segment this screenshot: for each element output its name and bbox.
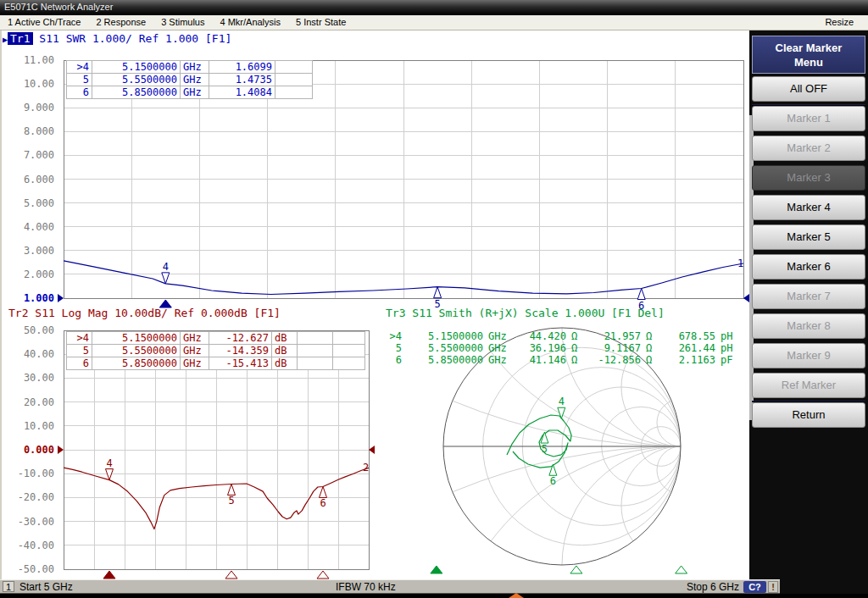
- svg-text:5: 5: [228, 495, 234, 507]
- marker-row: 55.5500000GHz1.4735: [67, 74, 313, 86]
- marker-cell: -12.627: [209, 332, 272, 345]
- menu-item-response[interactable]: 2 Response: [88, 15, 153, 30]
- marker-cell: 6: [386, 354, 404, 366]
- marker-cell: pF: [718, 354, 738, 366]
- softkey-marker-4[interactable]: Marker 4: [752, 195, 865, 220]
- tr1-header-text: S11 SWR 1.000/ Ref 1.000 [F1]: [39, 32, 231, 45]
- tr2-header: Tr2 S11 Log Mag 10.00dB/ Ref 0.000dB [F1…: [8, 307, 281, 319]
- reference-level-arrow-icon: [369, 446, 375, 454]
- softkey-marker-3[interactable]: Marker 3: [752, 165, 865, 191]
- marker-4-glyph[interactable]: 4: [162, 261, 170, 284]
- marker-row: 55.5500000GHz-14.359dB: [67, 345, 365, 357]
- y-axis-label: 10.00: [10, 78, 54, 90]
- reference-level-arrow-icon: [58, 446, 64, 454]
- marker-cell: GHz: [486, 330, 513, 342]
- marker-row: 65.8500000GHz-15.413dB: [67, 357, 365, 370]
- y-axis-label: 8.000: [10, 125, 54, 137]
- stimulus-marker-icon[interactable]: [676, 566, 687, 573]
- marker-cell: 21.957: [584, 330, 643, 342]
- softkey-marker-2: Marker 2: [752, 136, 865, 161]
- stimulus-marker-icon[interactable]: [317, 571, 329, 579]
- marker-5-glyph[interactable]: 5: [228, 484, 236, 507]
- stimulus-marker-icon[interactable]: [225, 571, 237, 579]
- marker-cell: GHz: [181, 332, 209, 345]
- marker-cell: GHz: [181, 74, 209, 86]
- status-alert-box: !: [768, 581, 778, 593]
- menu-bar: 1 Active Ch/Trace2 Response3 Stimulus4 M…: [0, 15, 868, 30]
- marker-cell: [333, 332, 365, 345]
- marker-cell: >4: [67, 332, 92, 345]
- tr1-badge[interactable]: Tr1: [8, 32, 32, 45]
- status-ifbw: IFBW 70 kHz: [336, 581, 396, 593]
- marker-cell: 44.420: [513, 330, 569, 342]
- status-correction-badge: C?: [743, 581, 766, 593]
- marker-cell: 5.5500000: [92, 345, 181, 357]
- marker-cell: 678.55: [659, 330, 718, 342]
- marker-cell: pH: [718, 342, 738, 354]
- y-axis-label: 50.00: [10, 324, 54, 336]
- marker-cell: pH: [718, 330, 738, 342]
- y-axis-label: -20.00: [10, 491, 54, 503]
- marker-cell: dB: [272, 332, 298, 345]
- marker-cell: 36.196: [513, 342, 569, 354]
- softkey-marker-6[interactable]: Marker 6: [752, 254, 865, 280]
- marker-row: 55.5500000GHz36.196Ω9.1167Ω261.44pH: [386, 342, 738, 354]
- stimulus-marker-icon[interactable]: [103, 571, 115, 579]
- y-axis-label: 11.00: [10, 54, 54, 66]
- softkey-marker-1: Marker 1: [752, 106, 865, 131]
- svg-text:6: 6: [320, 497, 326, 509]
- stimulus-marker-icon[interactable]: [570, 566, 582, 573]
- window-titlebar[interactable]: E5071C Network Analyzer: [0, 0, 868, 15]
- marker-cell: 5: [67, 74, 92, 86]
- marker-row: 65.8500000GHz41.146Ω-12.856Ω2.1163pF: [386, 354, 738, 366]
- softkey-all-off[interactable]: All OFF: [752, 76, 865, 102]
- marker-cell: 5.5500000: [404, 342, 486, 354]
- marker-5-glyph[interactable]: 5: [541, 432, 548, 455]
- menu-item-active-ch-trace[interactable]: 1 Active Ch/Trace: [0, 15, 88, 30]
- softkey-marker-8: Marker 8: [752, 313, 865, 339]
- menu-item-instr-state[interactable]: 5 Instr State: [288, 15, 353, 30]
- menu-resize[interactable]: Resize: [817, 15, 861, 30]
- softkey-return[interactable]: Return: [752, 402, 865, 428]
- marker-cell: 1.6099: [209, 61, 275, 74]
- marker-row: >45.1500000GHz-12.627dB: [67, 332, 365, 345]
- marker-row: >45.1500000GHz44.420Ω21.957Ω678.55pH: [386, 330, 738, 342]
- reference-level-arrow-icon: [743, 294, 749, 302]
- taskbar-icon-peek: [509, 593, 524, 598]
- marker-cell: 6: [67, 86, 92, 99]
- stimulus-marker-icon[interactable]: [431, 566, 442, 573]
- y-axis-label: 5.000: [10, 197, 54, 209]
- menu-items: 1 Active Ch/Trace2 Response3 Stimulus4 M…: [0, 17, 353, 27]
- marker-cell: Ω: [643, 330, 659, 342]
- marker-6-glyph[interactable]: 6: [320, 486, 327, 509]
- softkey-ref-marker: Ref Marker: [752, 373, 865, 398]
- marker-cell: GHz: [486, 354, 513, 366]
- window-title: E5071C Network Analyzer: [4, 2, 113, 12]
- y-axis-label: 6.000: [10, 174, 54, 185]
- marker-cell: Ω: [569, 354, 584, 366]
- menu-item-mkr-analysis[interactable]: 4 Mkr/Analysis: [212, 15, 288, 30]
- marker-4-glyph[interactable]: 4: [106, 457, 114, 480]
- marker-cell: [298, 345, 333, 357]
- y-axis-label: -50.00: [10, 563, 54, 575]
- marker-row: >45.1500000GHz1.6099: [67, 61, 313, 74]
- softkey-menu-title-line2: Menu: [753, 55, 865, 69]
- y-axis-label: 9.000: [10, 102, 54, 114]
- softkey-marker-5[interactable]: Marker 5: [752, 224, 865, 250]
- softkey-marker-9: Marker 9: [752, 343, 865, 368]
- marker-4-glyph[interactable]: 4: [558, 396, 565, 418]
- marker-6-glyph[interactable]: 6: [549, 464, 557, 487]
- y-axis-label: 0.000: [10, 444, 54, 456]
- y-axis-label: 40.00: [10, 348, 54, 360]
- tr3-marker-table: >45.1500000GHz44.420Ω21.957Ω678.55pH55.5…: [386, 330, 738, 366]
- softkey-marker-7: Marker 7: [752, 284, 865, 309]
- tr2-marker-table: >45.1500000GHz-12.627dB55.5500000GHz-14.…: [66, 331, 365, 370]
- marker-cell: 1.4735: [209, 74, 275, 86]
- reference-level-arrow-icon: [58, 294, 64, 302]
- marker-cell: -15.413: [209, 357, 272, 370]
- menu-item-stimulus[interactable]: 3 Stimulus: [153, 15, 212, 30]
- svg-text:4: 4: [106, 457, 112, 469]
- tr1-header: ▶Tr1 S11 SWR 1.000/ Ref 1.000 [F1]: [3, 32, 231, 45]
- status-stop-frequency: Stop 6 GHz: [687, 581, 739, 593]
- marker-cell: dB: [272, 345, 298, 357]
